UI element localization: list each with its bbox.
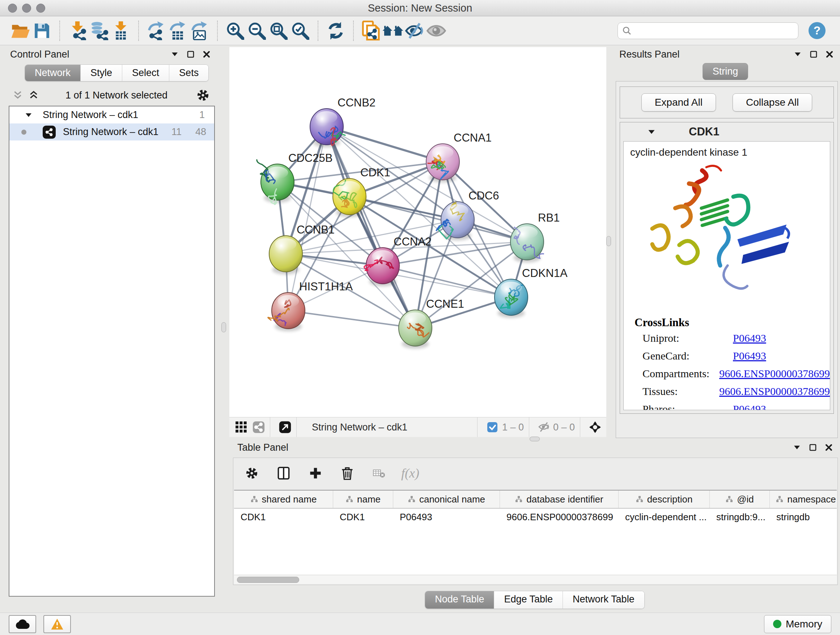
crosslink-link[interactable]: 9606.ENSP00000378699 [719, 385, 830, 397]
edge-CCNB2-CCNA1[interactable] [327, 127, 443, 162]
scrollbar-thumb[interactable] [237, 577, 299, 583]
zoom-selected-button[interactable] [289, 19, 311, 42]
export-network-button[interactable] [145, 19, 167, 42]
birdseye-grid-icon[interactable] [235, 422, 248, 432]
column-header-description[interactable]: description [619, 491, 710, 508]
horizontal-splitter-handle[interactable] [530, 437, 540, 441]
network-canvas[interactable]: CCNB2CCNA1CDC25BCDK1CDC6RB1CCNB1CCNA2CDK… [229, 47, 606, 417]
fit-selected-crosshair-icon[interactable] [589, 422, 601, 432]
table-settings-gear-icon[interactable] [246, 468, 258, 478]
column-header-id[interactable]: @id [710, 491, 770, 508]
node-CCNB2[interactable] [310, 109, 345, 147]
crosslink-link[interactable]: P06493 [733, 350, 766, 362]
column-header-name[interactable]: name [333, 491, 393, 508]
export-table-button[interactable] [167, 19, 189, 42]
tab-network[interactable]: Network [25, 65, 81, 81]
panel-close-icon[interactable] [823, 442, 835, 453]
tab-network-table[interactable]: Network Table [563, 591, 644, 608]
network-row[interactable]: String Network – cdk1 11 48 [9, 124, 214, 141]
table-row[interactable]: CDK1CDK1P064939606.ENSP00000378699cyclin… [234, 509, 837, 525]
cloud-services-button[interactable] [9, 615, 36, 633]
tab-edge-table[interactable]: Edge Table [494, 591, 563, 608]
table-cell[interactable]: cyclin-dependent ... [619, 509, 710, 525]
table-cell[interactable]: stringdb:9... [710, 509, 770, 525]
panel-menu-icon[interactable] [791, 442, 803, 453]
node-CCNB1[interactable] [269, 236, 302, 274]
collapse-all-networks-icon[interactable] [11, 90, 24, 101]
table-cell[interactable]: CDK1 [234, 509, 333, 525]
crosslink-link[interactable]: P06493 [733, 403, 766, 410]
node-CCNA1[interactable] [426, 144, 459, 182]
column-header-namespace[interactable]: namespace [770, 491, 837, 508]
import-network-database-button[interactable] [88, 19, 110, 42]
table-cell[interactable]: CDK1 [333, 509, 393, 525]
network-collection-row[interactable]: String Network – cdk1 1 [9, 106, 214, 124]
tab-select[interactable]: Select [122, 65, 169, 81]
collection-expander-icon[interactable] [22, 110, 35, 120]
first-neighbors-button[interactable] [382, 19, 404, 42]
show-all-button[interactable] [425, 19, 447, 42]
edge-CCNB2-CCNE1[interactable] [327, 127, 415, 328]
column-header-shared-name[interactable]: shared name [234, 491, 333, 508]
table-cell[interactable]: stringdb [770, 509, 837, 525]
right-splitter-handle[interactable] [606, 236, 611, 246]
edge-CDK1-RB1[interactable] [349, 196, 527, 242]
export-image-button[interactable] [189, 19, 210, 42]
refresh-view-button[interactable] [325, 19, 347, 42]
crosslink-link[interactable]: P06493 [733, 332, 766, 344]
open-session-button[interactable] [9, 19, 31, 42]
import-network-file-button[interactable] [66, 19, 88, 42]
warnings-button[interactable] [43, 615, 71, 633]
network-share-icon[interactable] [253, 422, 265, 432]
zoom-out-button[interactable] [246, 19, 268, 42]
new-network-from-selection-button[interactable] [360, 19, 382, 42]
table-cell[interactable]: 9606.ENSP00000378699 [500, 509, 619, 525]
add-column-icon[interactable] [309, 468, 322, 478]
network-options-gear-icon[interactable] [197, 90, 209, 101]
panel-menu-icon[interactable] [791, 49, 804, 60]
node-CCNA2[interactable] [364, 248, 399, 287]
tab-style[interactable]: Style [81, 65, 122, 81]
column-header-database-identifier[interactable]: database identifier [500, 491, 619, 508]
tab-sets[interactable]: Sets [169, 65, 208, 81]
node-HIST1H1A[interactable] [268, 293, 305, 331]
crosslink-link[interactable]: 9606.ENSP00000378699 [719, 367, 830, 380]
node-CDKN1A[interactable] [494, 279, 528, 318]
panel-float-icon[interactable] [807, 49, 820, 60]
zoom-in-button[interactable] [224, 19, 246, 42]
tab-string[interactable]: String [703, 63, 748, 80]
memory-button[interactable]: Memory [764, 615, 831, 633]
help-button[interactable]: ? [808, 22, 826, 39]
collapse-all-button[interactable]: Collapse All [733, 93, 812, 111]
table-cell[interactable]: P06493 [393, 509, 500, 525]
search-input[interactable] [635, 25, 794, 36]
panel-close-icon[interactable] [823, 49, 836, 60]
panel-float-icon[interactable] [185, 49, 197, 60]
hidden-eye-slash-icon[interactable] [538, 422, 550, 432]
edge-HIST1H1A-CCNE1[interactable] [288, 310, 415, 328]
import-table-button[interactable] [110, 19, 132, 42]
node-CDK1[interactable] [333, 179, 366, 217]
left-splitter-handle[interactable] [221, 322, 226, 333]
panel-float-icon[interactable] [807, 442, 819, 453]
expand-all-networks-icon[interactable] [27, 90, 40, 101]
show-columns-icon[interactable] [278, 468, 290, 478]
panel-menu-icon[interactable] [169, 49, 181, 60]
delete-column-trash-icon[interactable] [341, 468, 354, 478]
hide-selected-button[interactable] [404, 19, 425, 42]
node-CCNE1[interactable] [399, 310, 432, 348]
gene-entry-header[interactable]: CDK1 [620, 122, 834, 141]
node-CDC25B[interactable] [257, 160, 294, 204]
open-in-window-icon[interactable] [279, 422, 291, 432]
expand-all-button[interactable]: Expand All [641, 93, 716, 111]
panel-close-icon[interactable] [201, 49, 213, 60]
entry-collapse-icon[interactable] [645, 126, 658, 137]
tab-node-table[interactable]: Node Table [425, 591, 494, 608]
selected-nodes-checkbox-icon[interactable] [486, 422, 499, 432]
save-session-button[interactable] [31, 19, 53, 42]
node-CDC6[interactable] [436, 202, 474, 241]
column-header-canonical-name[interactable]: canonical name [393, 491, 500, 508]
zoom-fit-button[interactable] [268, 19, 289, 42]
table-horizontal-scrollbar[interactable] [234, 575, 837, 584]
node-RB1[interactable] [510, 224, 544, 263]
